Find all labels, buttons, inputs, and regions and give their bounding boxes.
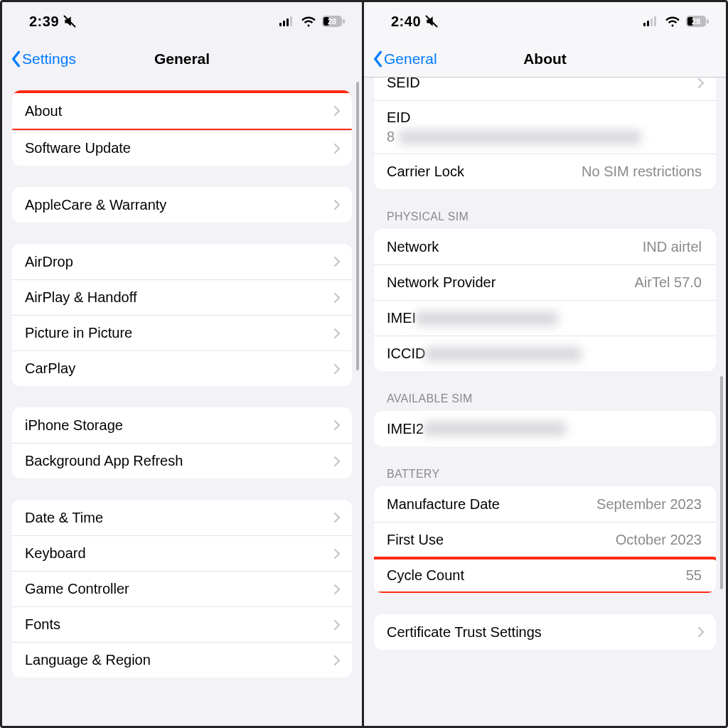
row-date-time[interactable]: Date & Time — [12, 500, 352, 535]
chevron-left-icon — [373, 50, 382, 68]
battery-icon: 28 — [322, 16, 345, 27]
chevron-right-icon — [697, 626, 705, 638]
status-bar: 2:39 28 — [2, 2, 362, 41]
redacted-value — [425, 347, 582, 361]
chevron-right-icon — [333, 584, 341, 595]
svg-rect-4 — [290, 16, 292, 26]
row-game-controller[interactable]: Game Controller — [12, 571, 352, 606]
settings-group: About Software Update — [12, 90, 352, 166]
section-header: BATTERY — [387, 468, 703, 481]
highlighted-row-wrapper: About — [12, 90, 352, 132]
row-seid[interactable]: SEID — [374, 77, 716, 100]
row-imei2[interactable]: IMEI2 — [374, 411, 716, 446]
chevron-right-icon — [333, 456, 341, 467]
nav-bar: Settings General — [2, 41, 362, 77]
row-manufacture-date[interactable]: Manufacture DateSeptember 2023 — [374, 486, 716, 522]
scrollbar[interactable] — [356, 82, 359, 370]
chevron-right-icon — [333, 419, 341, 431]
status-time: 2:40 — [391, 14, 421, 30]
content-scroll[interactable]: SEID EID 8 Carrier Lock No SIM restricti… — [364, 77, 726, 726]
row-carrier-lock[interactable]: Carrier Lock No SIM restrictions — [374, 154, 716, 189]
chevron-right-icon — [333, 256, 341, 267]
svg-rect-1 — [279, 23, 282, 26]
section-header: PHYSICAL SIM — [387, 210, 703, 223]
settings-group: Manufacture DateSeptember 2023 First Use… — [374, 486, 716, 593]
row-carplay[interactable]: CarPlay — [12, 350, 352, 386]
settings-group: SEID EID 8 Carrier Lock No SIM restricti… — [374, 77, 716, 189]
row-first-use[interactable]: First UseOctober 2023 — [374, 522, 716, 557]
svg-rect-6 — [343, 19, 345, 23]
section-header: AVAILABLE SIM — [387, 392, 703, 405]
back-button[interactable]: General — [373, 50, 437, 68]
row-fonts[interactable]: Fonts — [12, 606, 352, 642]
row-imei[interactable]: IMEI — [374, 300, 716, 336]
settings-group: Certificate Trust Settings — [374, 614, 716, 650]
chevron-right-icon — [333, 143, 341, 154]
chevron-right-icon — [333, 619, 341, 631]
content-scroll[interactable]: About Software Update AppleCare & Warran… — [2, 77, 362, 726]
row-iccid[interactable]: ICCID — [374, 336, 716, 371]
row-keyboard[interactable]: Keyboard — [12, 535, 352, 571]
row-cycle-count[interactable]: Cycle Count55 — [374, 557, 716, 593]
svg-rect-2 — [283, 21, 285, 26]
row-language-region[interactable]: Language & Region — [12, 642, 352, 678]
row-eid[interactable]: EID 8 — [374, 100, 716, 154]
battery-icon: 28 — [686, 16, 709, 27]
back-label: Settings — [22, 50, 76, 68]
settings-group: iPhone Storage Background App Refresh — [12, 407, 352, 478]
chevron-right-icon — [697, 77, 705, 89]
chevron-right-icon — [333, 292, 341, 304]
chevron-right-icon — [333, 199, 341, 210]
chevron-right-icon — [333, 512, 341, 523]
svg-rect-10 — [647, 21, 649, 26]
row-storage[interactable]: iPhone Storage — [12, 407, 352, 443]
chevron-right-icon — [333, 655, 341, 666]
chevron-right-icon — [333, 363, 341, 375]
chevron-right-icon — [333, 328, 341, 339]
dual-screenshot-composite: 2:39 28 Settings — [0, 0, 728, 728]
cellular-icon — [279, 16, 295, 26]
chevron-right-icon — [333, 548, 341, 560]
row-network-provider[interactable]: Network ProviderAirTel 57.0 — [374, 264, 716, 300]
back-label: General — [384, 50, 437, 68]
wifi-icon — [665, 16, 680, 27]
row-cert-trust[interactable]: Certificate Trust Settings — [374, 614, 716, 650]
wifi-icon — [301, 16, 316, 27]
row-about[interactable]: About — [12, 93, 352, 129]
row-network[interactable]: NetworkIND airtel — [374, 229, 716, 264]
settings-group: AirDrop AirPlay & Handoff Picture in Pic… — [12, 244, 352, 386]
svg-rect-11 — [651, 18, 653, 26]
right-screenshot: 2:40 28 General About — [364, 2, 726, 726]
cellular-icon — [643, 16, 659, 26]
row-pip[interactable]: Picture in Picture — [12, 315, 352, 350]
settings-group: AppleCare & Warranty — [12, 187, 352, 223]
silent-icon — [62, 14, 77, 28]
left-screenshot: 2:39 28 Settings — [2, 2, 364, 726]
status-bar: 2:40 28 — [364, 2, 726, 41]
row-value: No SIM restrictions — [464, 164, 702, 180]
scrollbar[interactable] — [720, 376, 723, 589]
silent-icon — [424, 14, 439, 28]
svg-rect-14 — [707, 19, 709, 23]
settings-group: IMEI2 — [374, 411, 716, 446]
row-airdrop[interactable]: AirDrop — [12, 244, 352, 279]
nav-bar: General About — [364, 41, 726, 77]
settings-group: Date & Time Keyboard Game Controller Fon… — [12, 500, 352, 678]
row-applecare[interactable]: AppleCare & Warranty — [12, 187, 352, 223]
redacted-value — [424, 422, 566, 436]
row-bg-refresh[interactable]: Background App Refresh — [12, 443, 352, 478]
settings-group: NetworkIND airtel Network ProviderAirTel… — [374, 229, 716, 371]
svg-rect-12 — [654, 16, 656, 26]
redacted-value — [399, 130, 641, 144]
back-button[interactable]: Settings — [11, 50, 76, 68]
status-time: 2:39 — [29, 14, 59, 30]
row-software-update[interactable]: Software Update — [12, 130, 352, 166]
row-airplay[interactable]: AirPlay & Handoff — [12, 279, 352, 315]
chevron-left-icon — [11, 50, 21, 68]
redacted-value — [416, 311, 558, 326]
chevron-right-icon — [333, 105, 341, 117]
svg-rect-3 — [287, 18, 289, 26]
svg-rect-9 — [643, 23, 646, 26]
